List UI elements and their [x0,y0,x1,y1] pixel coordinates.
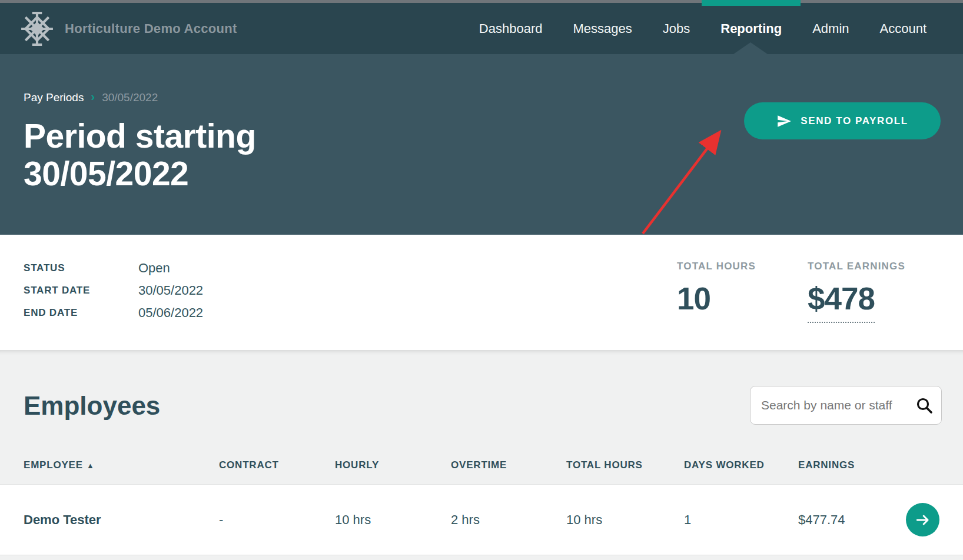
top-navbar: Horticulture Demo Account Dashboard Mess… [0,3,963,54]
active-tab-indicator [702,0,801,6]
snowflake-logo-icon [20,12,54,46]
breadcrumb: Pay Periods › 30/05/2022 [24,54,963,104]
end-date-value: 05/06/2022 [138,305,203,321]
cell-employee-name: Demo Tester [24,512,219,528]
column-header-earnings[interactable]: EARNINGS [798,459,939,471]
nav-item-dashboard[interactable]: Dashboard [464,3,558,54]
total-earnings-stat: TOTAL EARNINGS $478 [808,261,905,323]
start-date-value: 30/05/2022 [138,283,203,298]
column-header-overtime[interactable]: OVERTIME [451,459,566,471]
sort-asc-icon: ▲ [87,461,95,470]
status-value: Open [138,261,203,276]
send-to-payroll-button[interactable]: SEND TO PAYROLL [744,102,941,139]
employee-search-box[interactable] [750,386,942,425]
employees-section: Employees EMPLOYEE▲ CONTRACT HOURLY OVER… [0,350,963,560]
column-header-contract[interactable]: CONTRACT [219,459,335,471]
account-name: Horticulture Demo Account [65,21,237,36]
send-icon [776,114,792,129]
column-header-days-worked[interactable]: DAYS WORKED [684,459,798,471]
total-earnings-label: TOTAL EARNINGS [808,261,905,272]
active-tab-pointer [733,42,768,54]
end-date-label: END DATE [24,307,138,319]
total-hours-stat: TOTAL HOURS 10 [677,261,756,316]
period-fields: STATUS Open START DATE 30/05/2022 END DA… [24,261,203,321]
nav-item-admin[interactable]: Admin [797,3,864,54]
status-label: STATUS [24,262,138,274]
chevron-right-icon: › [91,90,95,104]
column-header-hourly[interactable]: HOURLY [335,459,451,471]
nav-item-account[interactable]: Account [865,3,942,54]
nav-item-jobs[interactable]: Jobs [647,3,705,54]
pay-period-hero: Pay Periods › 30/05/2022 Period starting… [0,54,963,235]
main-nav: Dashboard Messages Jobs Reporting Admin … [464,3,942,54]
nav-item-messages[interactable]: Messages [557,3,647,54]
start-date-label: START DATE [24,285,138,296]
column-header-total-hours[interactable]: TOTAL HOURS [566,459,684,471]
total-hours-value: 10 [677,281,756,316]
employee-search-input[interactable] [761,398,915,412]
period-summary-bar: STATUS Open START DATE 30/05/2022 END DA… [0,235,963,350]
open-employee-button[interactable] [906,503,939,536]
cell-earnings: $477.74 [798,503,939,536]
cell-total-hours: 10 hrs [566,512,684,528]
total-hours-label: TOTAL HOURS [677,261,756,272]
employees-table-header: EMPLOYEE▲ CONTRACT HOURLY OVERTIME TOTAL… [24,459,939,471]
cell-days-worked: 1 [684,512,798,528]
breadcrumb-current: 30/05/2022 [102,91,158,104]
cell-contract: - [219,512,335,528]
search-icon[interactable] [915,396,933,414]
cell-overtime: 2 hrs [451,512,566,528]
column-header-employee[interactable]: EMPLOYEE▲ [24,459,219,471]
breadcrumb-pay-periods-link[interactable]: Pay Periods [24,91,84,104]
employee-row-demo-tester[interactable]: Demo Tester - 10 hrs 2 hrs 10 hrs 1 $477… [0,484,963,555]
cell-hourly: 10 hrs [335,512,451,528]
total-earnings-value[interactable]: $478 [808,281,875,323]
arrow-right-icon [915,512,931,528]
